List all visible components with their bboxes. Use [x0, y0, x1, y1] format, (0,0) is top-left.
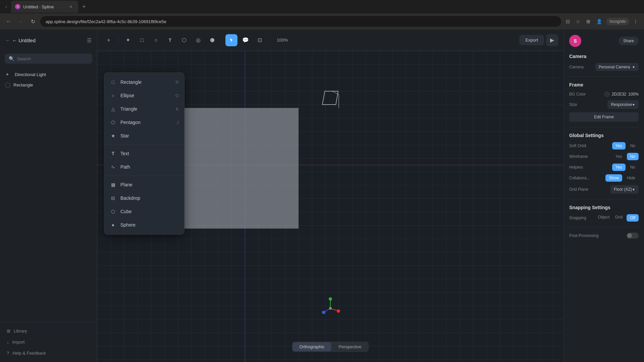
menu-item-pentagon[interactable]: ⬠ Pentagon J [104, 116, 184, 129]
tab-close-btn[interactable]: × [67, 3, 74, 10]
collabora-row: Collabora... Show Hide [569, 174, 639, 182]
shape-tool-btn[interactable]: ⬢ [206, 34, 218, 46]
import-label: Import [12, 340, 25, 345]
sidebar-import-btn[interactable]: ↓ Import [5, 337, 92, 347]
camera-dropdown-icon: ▼ [632, 65, 635, 69]
new-tab-btn[interactable]: + [79, 2, 89, 12]
soft-orbit-row: Soft Orbit Yes No [569, 142, 639, 149]
post-processing-toggle[interactable] [627, 233, 639, 239]
cast-icon[interactable]: ⊡ [564, 17, 572, 25]
bookmark-icon[interactable]: ☆ [574, 17, 582, 25]
share-button[interactable]: Share [619, 37, 639, 45]
wireframe-label: Wireframe [569, 154, 588, 159]
camera-value: Personal Camera [599, 65, 630, 69]
sidebar-item-directional-light[interactable]: ✦ Directional Light [0, 69, 97, 80]
text-menu-icon: T [110, 150, 116, 157]
sidebar-menu-btn[interactable]: ☰ [87, 37, 92, 44]
path-tool-btn[interactable]: ◎ [192, 34, 204, 46]
helpers-yes-btn[interactable]: Yes [612, 164, 626, 171]
sidebar-help-btn[interactable]: ? Help & Feedback [5, 348, 92, 358]
collabora-show-btn[interactable]: Show [605, 174, 622, 182]
cube-tool-btn[interactable]: ⬡ [178, 34, 190, 46]
collabora-hide-btn[interactable]: Hide [624, 174, 639, 182]
export-button[interactable]: Export [519, 35, 544, 45]
frame-icon: ⊡ [258, 37, 262, 43]
canvas-area[interactable]: Orthographic Perspective □ Rectangle R ○… [97, 51, 564, 362]
panel-user-row: S Share [569, 35, 639, 47]
select-tool-btn[interactable]: ✦ [122, 34, 134, 46]
menu-item-ellipse[interactable]: ○ Ellipse O [104, 89, 184, 102]
transform-handle[interactable] [319, 88, 345, 116]
grid-plane-dropdown[interactable]: Floor (XZ) ▼ [610, 185, 639, 194]
snapping-object-btn[interactable]: Object [597, 214, 611, 222]
path-menu-icon: ∿ [110, 164, 116, 170]
sidebar-library-btn[interactable]: ⊞ Library [5, 326, 92, 336]
orthographic-btn[interactable]: Orthographic [292, 342, 331, 351]
play-button[interactable]: ▶ [546, 34, 558, 46]
soft-orbit-label: Soft Orbit [569, 143, 586, 148]
incognito-badge[interactable]: Incognito [606, 18, 629, 25]
search-input[interactable] [17, 56, 88, 61]
menu-item-label: Rectangle [120, 79, 142, 85]
rectangle-tool-btn[interactable]: □ [136, 34, 148, 46]
ellipse-tool-btn[interactable]: ○ [150, 34, 162, 46]
soft-orbit-yes-btn[interactable]: Yes [612, 142, 626, 149]
menu-item-sphere[interactable]: ● Sphere [104, 218, 184, 232]
frame-section: Frame BG Color 2D2E32 100% Size Responsi… [569, 82, 639, 122]
profile-icon[interactable]: 👤 [594, 17, 604, 25]
more-options-icon[interactable]: ⋮ [631, 17, 640, 25]
camera-select[interactable]: Personal Camera ▼ [595, 63, 639, 71]
menu-item-label: Pentagon [120, 120, 141, 125]
helpers-no-btn[interactable]: No [627, 164, 639, 171]
transform-gizmo-svg [319, 88, 345, 115]
menu-item-path[interactable]: ∿ Path [104, 160, 184, 174]
light-icon: ✦ [5, 72, 11, 77]
edit-frame-button[interactable]: Edit Frame [569, 112, 639, 122]
panel-sep-4 [569, 227, 639, 227]
snapping-off-btn[interactable]: Off [627, 214, 639, 222]
bg-color-swatch[interactable] [604, 92, 610, 97]
tab-title: Untitled · Spline [23, 4, 65, 9]
menu-item-rectangle[interactable]: □ Rectangle R [104, 75, 184, 89]
forward-btn[interactable]: → [16, 17, 25, 26]
menu-item-star[interactable]: ★ Star [104, 129, 184, 142]
menu-item-backdrop[interactable]: ⊟ Backdrop [104, 191, 184, 205]
bg-color-row: BG Color 2D2E32 100% [569, 92, 639, 97]
wireframe-yes-btn[interactable]: Yes [612, 153, 626, 160]
helpers-label: Helpers [569, 165, 583, 170]
perspective-btn[interactable]: Perspective [332, 342, 368, 351]
user-avatar[interactable]: S [569, 35, 581, 47]
comment-tool-btn[interactable]: 💬 [239, 34, 252, 46]
menu-item-label: Cube [120, 209, 131, 214]
sidebar-back-btn[interactable]: ← ← Untitled [5, 38, 36, 43]
text-tool-btn[interactable]: T [164, 34, 176, 46]
menu-item-triangle[interactable]: △ Triangle K [104, 102, 184, 116]
add-tool-btn[interactable]: + [103, 34, 115, 46]
back-btn[interactable]: ← [4, 17, 13, 26]
pointer-tool-btn[interactable] [225, 34, 237, 46]
backdrop-menu-icon: ⊟ [110, 195, 116, 201]
menu-item-text[interactable]: T Text [104, 147, 184, 160]
helpers-row: Helpers Yes No [569, 164, 639, 171]
view-controls: Orthographic Perspective [292, 342, 369, 352]
camera-label: Camera [569, 65, 584, 69]
wireframe-no-btn[interactable]: No [627, 153, 639, 160]
extensions-icon[interactable]: ⊞ [584, 17, 592, 25]
menu-item-label: Triangle [120, 106, 137, 112]
frame-tool-btn[interactable]: ⊡ [254, 34, 266, 46]
reload-btn[interactable]: ↻ [28, 17, 38, 26]
soft-orbit-no-btn[interactable]: No [627, 142, 639, 149]
browser-tab[interactable]: S Untitled · Spline × [11, 1, 78, 13]
panel-sep-1 [569, 76, 639, 77]
size-dropdown[interactable]: Responsive ▼ [607, 100, 639, 109]
snapping-grid-btn[interactable]: Grid [614, 214, 624, 222]
canvas-rectangle[interactable] [178, 108, 299, 229]
tab-prev-arrow[interactable]: ‹ [5, 4, 7, 10]
sidebar-item-rectangle[interactable]: Rectangle [0, 80, 97, 90]
url-bar[interactable] [40, 16, 561, 27]
menu-item-label: Text [120, 151, 129, 156]
menu-item-plane[interactable]: ▦ Plane [104, 178, 184, 191]
menu-item-cube[interactable]: ⬡ Cube [104, 205, 184, 218]
rectangle-menu-icon: □ [110, 79, 116, 85]
rectangle-checkbox[interactable] [5, 83, 10, 87]
